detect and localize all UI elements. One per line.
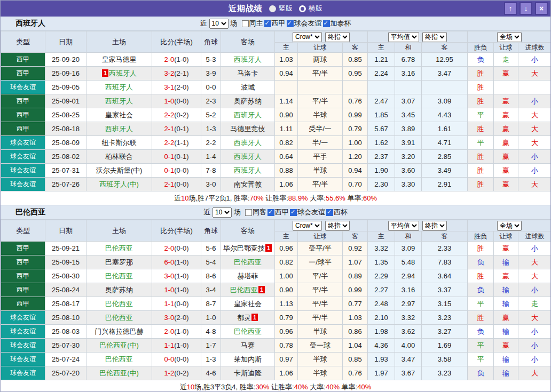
filter-checkboxes: 同客西甲球会友谊西杯 (245, 207, 348, 217)
team-section: 巴伦西亚 近 10 场 同客西甲球会友谊西杯 类型 日期 主场 比分(半场) (1, 205, 550, 392)
cell-avg-draw: 3.07 (395, 94, 422, 108)
summary-segment: 近 (180, 382, 187, 392)
league-filter-checkbox[interactable]: 西甲 (267, 207, 289, 217)
cell-result: 平 (468, 339, 494, 353)
league-filter-checkbox[interactable]: 西杯 (326, 207, 348, 217)
scope-select[interactable]: 全场 (497, 221, 522, 231)
summary-segment: 30% (255, 383, 269, 391)
match-row: 球会友谊25-07-20巴伦西亚(中)1-2(0-2)4-6卡斯迪隆1.06半球… (1, 366, 551, 380)
odds-group-header: Crow* 终指 (275, 220, 368, 231)
close-button[interactable]: × (535, 2, 548, 15)
cell-goals-result: 小 (518, 53, 551, 67)
cell-avg-home: 5.67 (368, 122, 395, 136)
recent-count-select[interactable]: 10 (209, 19, 229, 29)
cell-score: 3-1(2-0) (152, 81, 201, 94)
cell-away-team: 都灵1 (221, 311, 275, 325)
checkbox-label: 西甲 (272, 19, 286, 28)
cell-odds-home: 0.90 (275, 108, 298, 122)
final-odds-select-2[interactable]: 终指 (422, 221, 447, 231)
cell-odds-away: 0.85 (343, 53, 368, 67)
same-side-checkbox[interactable]: 同客 (245, 207, 266, 217)
league-filter-checkbox[interactable]: 球会友谊 (287, 19, 322, 28)
score-text: 2-2 (164, 111, 174, 119)
cell-handicap-result: 赢 (494, 269, 518, 283)
checkbox-label: 同客 (253, 207, 266, 217)
summary-line: 近10场,胜7平2负1, 胜率:70% 让胜率:88.9% 大率:55.6% 单… (1, 191, 550, 205)
cell-avg-draw: 3.91 (395, 136, 422, 150)
vertical-layout-radio[interactable]: 竖版 (269, 4, 293, 13)
final-odds-select[interactable]: 终指 (325, 221, 350, 231)
average-select[interactable]: 平均值 (388, 32, 419, 42)
final-odds-select[interactable]: 终指 (325, 32, 350, 42)
cell-score: 2-0(1-0) (152, 325, 201, 339)
league-filter-checkbox[interactable]: 西甲 (264, 19, 286, 28)
score-text: 3-0 (164, 314, 174, 322)
cell-corner: 8-7 (201, 297, 221, 311)
team-name-text: 南安普敦 (234, 180, 262, 188)
cell-avg-away: 4.43 (422, 108, 468, 122)
match-row: 西甲25-09-20皇家马德里2-0(1-0)5-3西班牙人1.03两球0.85… (1, 53, 551, 67)
table-head: 类型 日期 主场 比分(半场) 角球 客场 Crow* 终指 平均值 (1, 31, 551, 53)
summary-segment: 单率: (345, 194, 363, 203)
match-row: 西甲25-08-25皇家社会2-2(0-2)5-2西班牙人0.90半球0.991… (1, 108, 551, 122)
team-name-text: 纽卡斯尔联 (102, 139, 137, 147)
team-name-text: 西班牙人 (234, 166, 262, 174)
cell-goals-result: 大 (518, 269, 551, 283)
col-odds-away: 客 (343, 43, 368, 53)
horizontal-layout-radio[interactable]: 横版 (299, 4, 322, 13)
cell-result: 胜 (468, 311, 494, 325)
cell-match-type: 球会友谊 (1, 164, 45, 178)
half-score-text: (0-2) (174, 369, 188, 377)
same-side-checkbox[interactable]: 同主 (242, 19, 263, 28)
cell-home-team: 西班牙人 (86, 81, 152, 94)
cell-result: 胜 (468, 178, 494, 191)
col-goals-result: 进球数 (518, 43, 551, 53)
cell-goals-result: 大 (518, 366, 551, 380)
cell-home-team: 巴伦西亚(中) (86, 366, 152, 380)
average-select[interactable]: 平均值 (388, 221, 419, 231)
cell-odds-home: 1.13 (275, 297, 298, 311)
odds-company-select[interactable]: Crow* (293, 32, 322, 42)
half-score-text: (0-2) (174, 111, 188, 119)
move-up-button[interactable]: ↑ (504, 2, 517, 15)
cell-handicap-result: 赢 (494, 178, 518, 191)
summary-segment: 70% (250, 194, 264, 202)
score-text: 3-1 (164, 83, 174, 91)
cell-home-team: 巴伦西亚 (86, 297, 152, 311)
cell-avg-away: 1.69 (422, 339, 468, 353)
cell-odds-handicap: 半/一 (298, 136, 343, 150)
cell-date: 25-09-01 (45, 94, 86, 108)
team-name-text: 莱加内斯 (234, 355, 262, 363)
team-name-text: 奥萨苏纳 (234, 97, 262, 105)
cell-odds-handicap: 半球 (298, 353, 343, 366)
cell-result: 平 (468, 353, 494, 366)
cell-avg-draw: 3.67 (395, 366, 422, 380)
scope-select[interactable]: 全场 (497, 32, 522, 42)
cell-odds-away: 0.70 (343, 178, 368, 191)
cell-avg-away: 3.09 (422, 94, 468, 108)
summary-segment: 大率: (308, 194, 326, 203)
cell-home-team: 奥萨苏纳 (86, 283, 152, 297)
cell-odds-home: 0.97 (275, 353, 298, 366)
league-filter-checkbox[interactable]: 球会友谊 (290, 207, 325, 217)
cell-date: 25-09-16 (45, 67, 86, 81)
team-name-text: 西班牙人(中) (99, 180, 139, 188)
recent-count-select[interactable]: 10 (212, 207, 232, 218)
cell-odds-away: 0.95 (343, 67, 368, 81)
cell-avg-home: 1.98 (368, 325, 395, 339)
odds-company-select[interactable]: Crow* (293, 221, 322, 231)
col-type: 类型 (1, 31, 45, 53)
cell-avg-draw: 3.20 (395, 150, 422, 164)
team-name-text: 巴塞罗那 (105, 258, 133, 266)
score-text: 1-0 (164, 97, 174, 105)
col-goals-result: 进球数 (518, 231, 551, 242)
move-down-button[interactable]: ↓ (519, 2, 532, 15)
cell-date: 25-09-05 (45, 81, 86, 94)
cell-odds-away: 0.86 (343, 325, 368, 339)
final-odds-select-2[interactable]: 终指 (422, 32, 447, 42)
summary-segment: 55.6% (326, 194, 345, 202)
league-filter-checkbox[interactable]: 加泰杯 (323, 19, 351, 28)
col-avg-away: 客 (422, 43, 468, 53)
col-avg-away: 客 (422, 231, 468, 242)
summary-segment: 40% (357, 383, 371, 391)
